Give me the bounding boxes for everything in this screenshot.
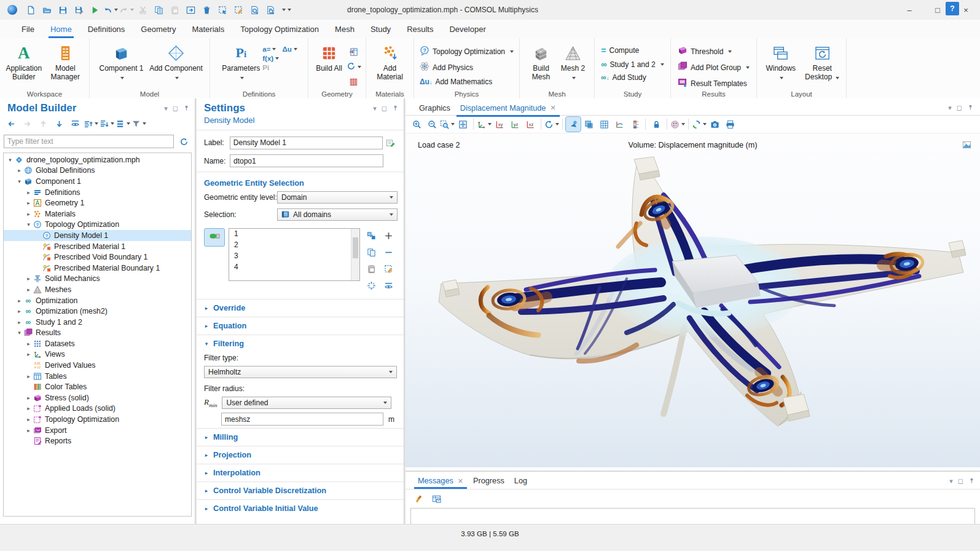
- tree-chevron-icon[interactable]: ▸: [15, 167, 23, 173]
- tree-chevron-icon[interactable]: ▸: [15, 308, 23, 314]
- tree-item-applied-loads-solid-[interactable]: ▸Applied Loads (solid): [4, 403, 191, 414]
- tab-messages[interactable]: Messages✕: [413, 473, 468, 489]
- palette-button[interactable]: [670, 117, 685, 132]
- rot-button[interactable]: [544, 117, 559, 132]
- panel-menu-icon[interactable]: ▾: [949, 477, 953, 485]
- import-geometry-button[interactable]: [347, 46, 361, 58]
- selection-item[interactable]: 4: [229, 262, 359, 273]
- rmin-mode-dropdown[interactable]: User defined: [222, 397, 391, 409]
- menu-tab-home[interactable]: Home: [42, 20, 80, 38]
- selection-list[interactable]: 1 2 3 4: [229, 228, 360, 281]
- add-material-button[interactable]: Add Material: [370, 41, 410, 89]
- tree-chevron-icon[interactable]: ▾: [25, 221, 33, 228]
- mesh-2-button[interactable]: Mesh 2: [558, 41, 589, 89]
- application-builder-button[interactable]: A Application Builder: [4, 41, 44, 89]
- active-toggle-button[interactable]: [204, 228, 225, 247]
- menu-tab-definitions[interactable]: Definitions: [80, 20, 133, 38]
- tree-chevron-icon[interactable]: ▸: [25, 287, 33, 293]
- vxz-button[interactable]: xz: [523, 117, 538, 132]
- tree-item-geometry-1[interactable]: ▸Geometry 1: [4, 197, 191, 208]
- zout-button[interactable]: [425, 117, 439, 132]
- refresh-filter-icon[interactable]: [176, 134, 191, 149]
- link-sel-button[interactable]: [364, 228, 378, 243]
- find2-button[interactable]: [263, 2, 278, 17]
- tree-item-topology-optimization[interactable]: ▾?Topology Optimization: [4, 220, 191, 231]
- back-button[interactable]: [4, 116, 18, 131]
- menu-tab-geometry[interactable]: Geometry: [133, 20, 184, 38]
- topology-optimization-button[interactable]: ?Topology Optimization: [417, 44, 516, 58]
- study-1-and-2-button[interactable]: ∞Study 1 and 2: [598, 58, 666, 70]
- menu-tab-developer[interactable]: Developer: [441, 20, 493, 38]
- tree-chevron-icon[interactable]: ▸: [25, 351, 33, 357]
- nonlocal-couplings-button[interactable]: Δu: [282, 46, 297, 53]
- threshold-button[interactable]: Threshold: [675, 44, 752, 58]
- panel-menu-icon[interactable]: ▾: [948, 104, 952, 112]
- undo-button[interactable]: [103, 2, 118, 17]
- tree-item-tables[interactable]: ▸Tables: [4, 371, 191, 382]
- tree-item-global-definitions[interactable]: ▸Global Definitions: [4, 165, 191, 176]
- clear-select-button[interactable]: [231, 2, 246, 17]
- update-button[interactable]: [692, 117, 707, 132]
- tree-item-prescribed-void-boundary-1[interactable]: Prescribed Void Boundary 1: [4, 252, 191, 263]
- selection-item[interactable]: 2: [229, 240, 359, 251]
- tree-item-export[interactable]: ▸Export: [4, 425, 191, 436]
- menu-tab-mesh[interactable]: Mesh: [327, 20, 363, 38]
- tree-chevron-icon[interactable]: ▸: [25, 211, 33, 217]
- parameters-button[interactable]: Pi Parameters: [221, 41, 261, 89]
- tree-chevron-icon[interactable]: ▸: [25, 276, 33, 282]
- panel-menu-icon[interactable]: ▾: [373, 105, 377, 113]
- clegend-button[interactable]: [627, 117, 642, 132]
- open-button[interactable]: [39, 2, 54, 17]
- plot-thumbnail-icon[interactable]: [959, 137, 974, 152]
- vyz-button[interactable]: yz: [508, 117, 522, 132]
- expand-button[interactable]: [84, 116, 98, 131]
- float-panel-icon[interactable]: ◻: [173, 105, 178, 113]
- selection-item[interactable]: 1: [229, 229, 359, 240]
- new-button[interactable]: [23, 2, 38, 17]
- add-component-button[interactable]: Add Component: [149, 41, 204, 89]
- entity-level-dropdown[interactable]: Domain: [277, 191, 398, 204]
- copy2-button[interactable]: [364, 245, 378, 260]
- add-plot-group-button[interactable]: Add Plot Group: [675, 60, 752, 74]
- close-tab-icon[interactable]: ✕: [550, 104, 555, 112]
- override-section[interactable]: ▸Override: [197, 299, 404, 317]
- paste-button[interactable]: [167, 2, 182, 17]
- zin-button[interactable]: [409, 117, 424, 132]
- down-button[interactable]: [52, 116, 66, 131]
- redo-button[interactable]: [119, 2, 134, 17]
- tree-chevron-icon[interactable]: ▾: [15, 178, 23, 184]
- tree-chevron-icon[interactable]: ▸: [15, 319, 23, 325]
- menu-tab-results[interactable]: Results: [399, 20, 441, 38]
- tree-chevron-icon[interactable]: ▸: [25, 405, 33, 411]
- tree-item-prescribed-material-1[interactable]: Prescribed Material 1: [4, 241, 191, 252]
- tree-item-views[interactable]: ▸Views: [4, 349, 191, 360]
- tree-item-optimization-mesh2-[interactable]: ▸∞Optimization (mesh2): [4, 306, 191, 317]
- tree-chevron-icon[interactable]: ▸: [15, 298, 23, 304]
- reset-desktop-button[interactable]: Reset Desktop: [802, 41, 843, 89]
- tab-log[interactable]: Log: [509, 473, 532, 489]
- tree-chevron-icon[interactable]: ▸: [25, 427, 33, 434]
- tree-item-definitions[interactable]: ▸Definitions: [4, 187, 191, 198]
- delete-button[interactable]: [199, 2, 214, 17]
- compute-button[interactable]: =Compute: [598, 44, 666, 57]
- tree-chevron-icon[interactable]: ▾: [6, 157, 14, 163]
- result-templates-button[interactable]: Result Templates: [675, 76, 752, 90]
- tree-chevron-icon[interactable]: ▸: [25, 341, 33, 347]
- tree-chevron-icon[interactable]: ▸: [25, 395, 33, 401]
- center-sel-button[interactable]: [364, 278, 378, 293]
- broom-button[interactable]: [412, 491, 426, 506]
- save-button[interactable]: [55, 2, 70, 17]
- panel-menu-icon[interactable]: ▾: [164, 105, 168, 113]
- label-input[interactable]: [230, 137, 383, 149]
- menu-tab-file[interactable]: File: [14, 20, 42, 38]
- menu-tab-materials[interactable]: Materials: [184, 20, 232, 38]
- paste2-button[interactable]: [364, 261, 378, 276]
- zbox-button[interactable]: [440, 117, 455, 132]
- tree-chevron-icon[interactable]: ▸: [25, 189, 33, 196]
- filtering-section[interactable]: ▾Filtering: [197, 335, 404, 352]
- rename-label-icon[interactable]: [383, 135, 398, 150]
- control-variable-discretization-section[interactable]: ▸Control Variable Discretization: [197, 482, 404, 499]
- tree-item-optimization[interactable]: ▸∞Optimization: [4, 295, 191, 306]
- nodes-button[interactable]: [116, 116, 130, 131]
- forward-button[interactable]: [20, 116, 34, 131]
